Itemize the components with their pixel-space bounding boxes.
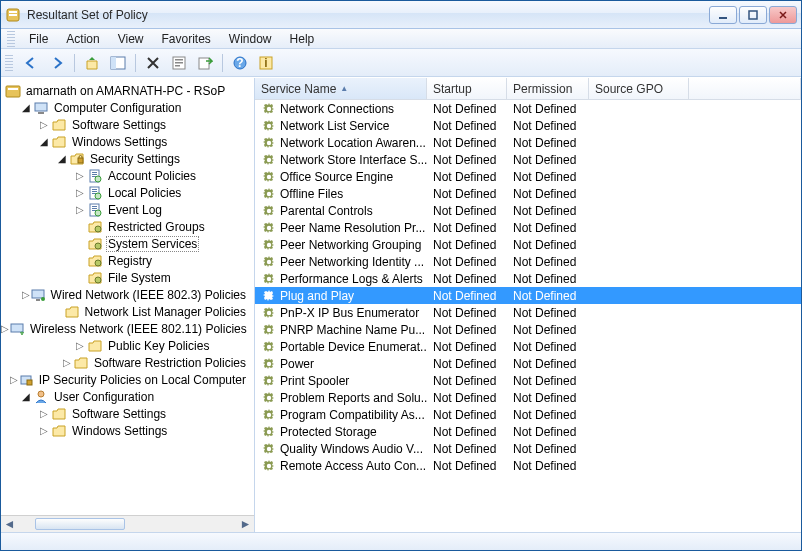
scroll-thumb[interactable] <box>35 518 125 530</box>
tree-node[interactable]: ◢Security Settings <box>1 150 254 167</box>
column-header[interactable]: Source GPO <box>589 78 689 99</box>
service-row[interactable]: Print SpoolerNot DefinedNot Defined <box>255 372 801 389</box>
delete-button[interactable] <box>141 52 165 74</box>
tree-node[interactable]: ▷Software Settings <box>1 405 254 422</box>
collapse-icon[interactable]: ◢ <box>19 391 33 402</box>
tree-node[interactable]: ▷Software Settings <box>1 116 254 133</box>
tree-node[interactable]: ◢User Configuration <box>1 388 254 405</box>
expand-icon[interactable]: ▷ <box>37 408 51 419</box>
toolbar-gripper[interactable] <box>5 55 13 71</box>
menu-action[interactable]: Action <box>58 30 107 48</box>
service-row[interactable]: Portable Device Enumerat...Not DefinedNo… <box>255 338 801 355</box>
service-row[interactable]: Network List ServiceNot DefinedNot Defin… <box>255 117 801 134</box>
svg-rect-28 <box>92 191 97 192</box>
service-row[interactable]: Peer Name Resolution Pr...Not DefinedNot… <box>255 219 801 236</box>
menu-window[interactable]: Window <box>221 30 280 48</box>
service-row[interactable]: Peer Networking Identity ...Not DefinedN… <box>255 253 801 270</box>
menu-favorites[interactable]: Favorites <box>154 30 219 48</box>
titlebar[interactable]: Resultant Set of Policy <box>1 1 801 29</box>
expand-icon[interactable]: ▷ <box>73 340 87 351</box>
service-row[interactable]: PnP-X IP Bus EnumeratorNot DefinedNot De… <box>255 304 801 321</box>
svg-point-68 <box>267 446 271 450</box>
service-row[interactable]: Program Compatibility As...Not DefinedNo… <box>255 406 801 423</box>
tree-node[interactable]: ▷Wireless Network (IEEE 802.11) Policies <box>1 320 254 337</box>
tree-node[interactable]: ◢Computer Configuration <box>1 99 254 116</box>
expand-icon[interactable]: ▷ <box>73 204 87 215</box>
tree-node[interactable]: ◢Windows Settings <box>1 133 254 150</box>
up-button[interactable] <box>80 52 104 74</box>
tree-node[interactable]: Registry <box>1 252 254 269</box>
tree-node-label: Network List Manager Policies <box>83 305 248 319</box>
service-row[interactable]: PowerNot DefinedNot Defined <box>255 355 801 372</box>
svg-rect-32 <box>92 206 97 207</box>
service-row[interactable]: PNRP Machine Name Pu...Not DefinedNot De… <box>255 321 801 338</box>
service-row[interactable]: Plug and PlayNot DefinedNot Defined <box>255 287 801 304</box>
tree-node[interactable]: ▷Local Policies <box>1 184 254 201</box>
back-button[interactable] <box>19 52 43 74</box>
expand-icon[interactable]: ▷ <box>37 425 51 436</box>
service-row[interactable]: Offline FilesNot DefinedNot Defined <box>255 185 801 202</box>
list-body[interactable]: Network ConnectionsNot DefinedNot Define… <box>255 100 801 532</box>
tree-node[interactable]: System Services <box>1 235 254 252</box>
export-button[interactable] <box>193 52 217 74</box>
expand-icon[interactable]: ▷ <box>10 374 18 385</box>
expand-icon[interactable]: ▷ <box>61 357 73 368</box>
about-button[interactable]: i <box>254 52 278 74</box>
tree-node[interactable]: ▷Public Key Policies <box>1 337 254 354</box>
properties-button[interactable] <box>167 52 191 74</box>
tree-node[interactable]: ▷Event Log <box>1 201 254 218</box>
expand-icon[interactable]: ▷ <box>37 119 51 130</box>
svg-point-57 <box>267 259 271 263</box>
scroll-left-button[interactable]: ◄ <box>1 517 18 532</box>
expand-icon[interactable]: ▷ <box>22 289 30 300</box>
service-row[interactable]: Network Store Interface S...Not DefinedN… <box>255 151 801 168</box>
maximize-button[interactable] <box>739 6 767 24</box>
service-row[interactable]: Quality Windows Audio V...Not DefinedNot… <box>255 440 801 457</box>
tree-root[interactable]: amarnath on AMARNATH-PC - RSoP <box>1 82 254 99</box>
service-row[interactable]: Problem Reports and Solu...Not DefinedNo… <box>255 389 801 406</box>
svg-point-44 <box>21 333 23 335</box>
expand-icon[interactable]: ▷ <box>73 187 87 198</box>
tree-node[interactable]: ▷IP Security Policies on Local Computer <box>1 371 254 388</box>
tree-node[interactable]: ▷Wired Network (IEEE 802.3) Policies <box>1 286 254 303</box>
service-row[interactable]: Network Location Awaren...Not DefinedNot… <box>255 134 801 151</box>
collapse-icon[interactable]: ◢ <box>55 153 69 164</box>
collapse-icon[interactable]: ◢ <box>19 102 33 113</box>
service-permission: Not Defined <box>507 323 589 337</box>
menu-help[interactable]: Help <box>282 30 323 48</box>
show-hide-tree-button[interactable] <box>106 52 130 74</box>
column-header[interactable]: Service Name▲ <box>255 78 427 99</box>
scroll-right-button[interactable]: ► <box>237 517 254 532</box>
service-row[interactable]: Office Source EngineNot DefinedNot Defin… <box>255 168 801 185</box>
menubar-gripper[interactable] <box>7 31 15 47</box>
column-header[interactable]: Startup <box>427 78 507 99</box>
help-button[interactable]: ? <box>228 52 252 74</box>
tree-node[interactable]: ▷Software Restriction Policies <box>1 354 254 371</box>
tree-node[interactable]: ▷Windows Settings <box>1 422 254 439</box>
service-row[interactable]: Remote Access Auto Con...Not DefinedNot … <box>255 457 801 474</box>
close-button[interactable] <box>769 6 797 24</box>
expand-icon[interactable]: ▷ <box>1 323 9 334</box>
service-row[interactable]: Parental ControlsNot DefinedNot Defined <box>255 202 801 219</box>
service-row[interactable]: Peer Networking GroupingNot DefinedNot D… <box>255 236 801 253</box>
service-row[interactable]: Protected StorageNot DefinedNot Defined <box>255 423 801 440</box>
menu-file[interactable]: File <box>21 30 56 48</box>
collapse-icon[interactable]: ◢ <box>37 136 51 147</box>
service-startup: Not Defined <box>427 272 507 286</box>
console-tree[interactable]: amarnath on AMARNATH-PC - RSoP◢Computer … <box>1 78 254 515</box>
service-row[interactable]: Performance Logs & AlertsNot DefinedNot … <box>255 270 801 287</box>
column-header[interactable]: Permission <box>507 78 589 99</box>
tree-pane: amarnath on AMARNATH-PC - RSoP◢Computer … <box>1 78 255 532</box>
service-row[interactable]: Network ConnectionsNot DefinedNot Define… <box>255 100 801 117</box>
tree-horizontal-scrollbar[interactable]: ◄ ► <box>1 515 254 532</box>
tree-node[interactable]: Restricted Groups <box>1 218 254 235</box>
forward-button[interactable] <box>45 52 69 74</box>
minimize-button[interactable] <box>709 6 737 24</box>
service-permission: Not Defined <box>507 442 589 456</box>
expand-icon[interactable]: ▷ <box>73 170 87 181</box>
service-startup: Not Defined <box>427 340 507 354</box>
menu-view[interactable]: View <box>110 30 152 48</box>
tree-node[interactable]: Network List Manager Policies <box>1 303 254 320</box>
tree-node[interactable]: File System <box>1 269 254 286</box>
tree-node[interactable]: ▷Account Policies <box>1 167 254 184</box>
